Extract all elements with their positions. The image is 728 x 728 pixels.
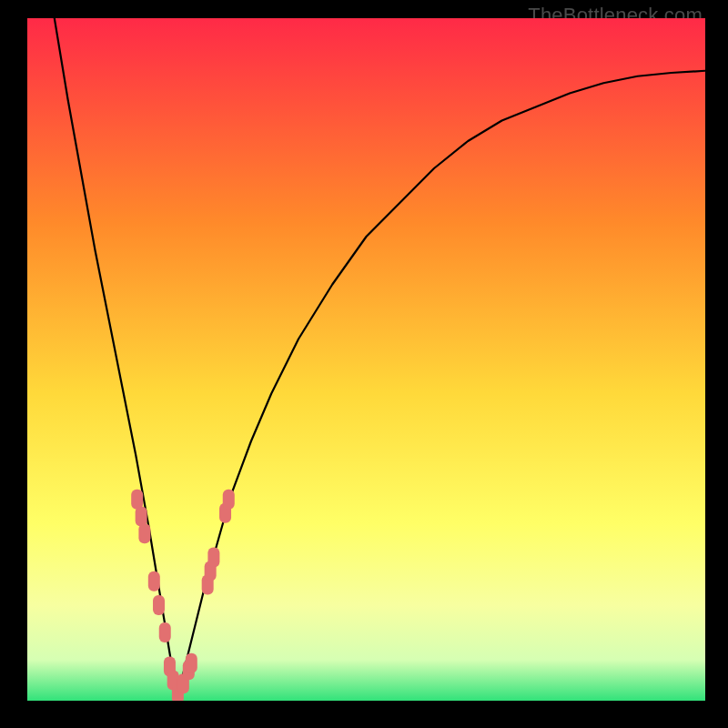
data-point: [223, 490, 235, 510]
data-point: [131, 490, 143, 510]
data-point: [207, 548, 219, 568]
data-point: [148, 571, 160, 592]
data-point: [138, 523, 150, 543]
chart-series-points: [27, 18, 705, 701]
plot-area: [27, 18, 705, 701]
data-point: [159, 622, 171, 642]
data-point: [153, 595, 165, 615]
chart-frame: TheBottleneck.com: [0, 0, 728, 728]
data-point: [186, 653, 197, 673]
data-point: [136, 507, 147, 527]
